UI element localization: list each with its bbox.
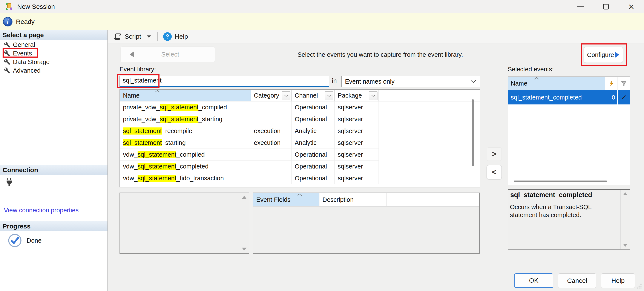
close-icon: × <box>628 2 634 12</box>
event-category-cell[interactable] <box>251 102 292 113</box>
event-channel-cell[interactable]: Operational <box>292 172 335 184</box>
script-button[interactable]: Script <box>125 33 141 40</box>
event-channel-cell[interactable]: Analytic <box>292 125 335 137</box>
scroll-down-icon[interactable] <box>623 244 628 247</box>
close-button[interactable]: × <box>619 0 644 13</box>
table-row[interactable]: private_vdw_sql_statement_compiled Opera… <box>120 102 480 113</box>
event-channel-cell[interactable]: Operational <box>292 160 335 172</box>
event-name-cell[interactable]: vdw_sql_statement_compiled <box>120 149 251 160</box>
event-filler-cell <box>379 172 480 184</box>
sidebar-item-advanced[interactable]: Advanced <box>0 66 108 75</box>
column-header-package[interactable]: Package <box>335 90 379 101</box>
column-header-category[interactable]: Category <box>251 90 292 101</box>
table-row[interactable]: vdw_sql_statement_completed Operational … <box>120 160 480 172</box>
event-category-cell[interactable]: execution <box>251 137 292 149</box>
selected-event-name[interactable]: sql_statement_completed <box>508 90 605 104</box>
sidebar-item-data-storage[interactable]: Data Storage <box>0 58 108 66</box>
sort-ascending-icon <box>296 193 302 196</box>
help-button[interactable]: Help <box>601 274 635 288</box>
selected-column-filter[interactable] <box>618 77 630 90</box>
event-package-cell[interactable]: sqlserver <box>335 160 379 172</box>
event-name-cell[interactable]: vdw_sql_statement_fido_transaction <box>120 172 251 184</box>
table-row[interactable]: vdw_sql_statement_fido_transaction Opera… <box>120 172 480 184</box>
event-category-cell[interactable] <box>251 149 292 160</box>
event-category-cell[interactable] <box>251 172 292 184</box>
selected-column-name[interactable]: Name <box>508 77 605 90</box>
event-package-cell[interactable]: sqlserver <box>335 125 379 137</box>
remove-event-button[interactable]: < <box>487 165 502 179</box>
event-name-cell[interactable]: private_vdw_sql_statement_compiled <box>120 102 251 113</box>
event-description-panel: sql_statement_completed Occurs when a Tr… <box>508 189 630 250</box>
event-name-cell[interactable]: sql_statement_recompile <box>120 125 251 137</box>
description-scrollbar[interactable] <box>620 190 630 249</box>
column-header-description[interactable]: Description <box>320 193 386 206</box>
scroll-up-icon[interactable] <box>623 192 628 195</box>
event-field-description-panel <box>120 192 249 254</box>
wrench-icon <box>4 50 10 56</box>
column-header-event-fields[interactable]: Event Fields <box>253 193 320 206</box>
event-category-cell[interactable] <box>251 113 292 125</box>
column-header-channel[interactable]: Channel <box>292 90 335 101</box>
scroll-up-icon[interactable] <box>242 196 246 199</box>
event-package-cell[interactable]: sqlserver <box>335 137 379 149</box>
configure-button[interactable]: Configure <box>584 47 623 63</box>
event-name-cell[interactable]: sql_statement_starting <box>120 137 251 149</box>
event-filler-cell <box>379 102 480 113</box>
event-channel-cell[interactable]: Operational <box>292 149 335 160</box>
selected-events-header: Name <box>508 77 630 90</box>
event-channel-cell[interactable]: Operational <box>292 113 335 125</box>
script-icon <box>114 32 122 40</box>
selected-event-filter-check[interactable]: ✓ <box>618 90 630 104</box>
event-channel-cell[interactable]: Analytic <box>292 137 335 149</box>
event-channel-cell[interactable]: Operational <box>292 102 335 113</box>
table-row[interactable]: vdw_sql_statement_compiled Operational s… <box>120 149 480 160</box>
view-connection-properties-link[interactable]: View connection properties <box>4 207 79 214</box>
event-name-cell[interactable]: vdw_sql_statement_completed <box>120 160 251 172</box>
select-nav-button[interactable]: Select <box>120 46 215 62</box>
table-row[interactable]: sql_statement_recompile execution Analyt… <box>120 125 480 137</box>
chevron-down-icon <box>470 80 476 83</box>
search-scope-select[interactable]: Event names only <box>341 76 480 87</box>
package-filter-dropdown[interactable] <box>369 91 378 100</box>
maximize-button[interactable] <box>593 0 619 13</box>
selected-event-row[interactable]: sql_statement_completed 0 ✓ <box>508 90 630 104</box>
script-dropdown-icon[interactable] <box>147 36 151 38</box>
event-library-search-input[interactable]: sql_statement <box>120 76 329 87</box>
add-event-button[interactable]: > <box>487 148 502 161</box>
table-row[interactable]: private_vdw_sql_statement_starting Opera… <box>120 113 480 125</box>
sidebar-item-events[interactable]: Events <box>0 49 108 58</box>
sidebar-item-label: General <box>13 41 35 48</box>
maximize-icon <box>603 4 609 10</box>
selected-column-actions[interactable] <box>605 77 618 90</box>
scroll-down-icon[interactable] <box>242 248 246 250</box>
help-toolbar-button[interactable]: Help <box>175 33 188 40</box>
page-list: General Events Data Storage Advanced <box>0 40 108 75</box>
progress-status-label: Done <box>27 237 42 244</box>
search-scope-value: Event names only <box>345 78 395 85</box>
resize-grip[interactable] <box>636 282 642 289</box>
column-label: Event Fields <box>256 196 290 203</box>
chevron-down-icon <box>327 94 331 97</box>
sidebar-item-general[interactable]: General <box>0 40 108 49</box>
new-session-dialog: New Session × i Ready Select a page Gene… <box>0 0 644 291</box>
minimize-button[interactable] <box>568 0 593 13</box>
horizontal-scrollbar-thumb[interactable] <box>514 180 607 182</box>
column-header-name[interactable]: Name <box>120 90 251 101</box>
event-package-cell[interactable]: sqlserver <box>335 172 379 184</box>
field-description-scrollbar[interactable] <box>240 193 249 253</box>
help-circle-icon: ? <box>163 32 172 41</box>
selected-event-action-count[interactable]: 0 <box>605 90 618 104</box>
cancel-button[interactable]: Cancel <box>558 274 596 288</box>
channel-filter-dropdown[interactable] <box>325 91 334 100</box>
event-package-cell[interactable]: sqlserver <box>335 102 379 113</box>
table-row[interactable]: sql_statement_starting execution Analyti… <box>120 137 480 149</box>
ok-button[interactable]: OK <box>514 274 553 288</box>
vertical-scrollbar-thumb[interactable] <box>472 99 474 166</box>
event-name-cell[interactable]: private_vdw_sql_statement_starting <box>120 113 251 125</box>
column-label: Package <box>338 92 362 99</box>
event-category-cell[interactable]: execution <box>251 125 292 137</box>
event-category-cell[interactable] <box>251 160 292 172</box>
category-filter-dropdown[interactable] <box>282 91 290 100</box>
event-package-cell[interactable]: sqlserver <box>335 113 379 125</box>
event-package-cell[interactable]: sqlserver <box>335 149 379 160</box>
